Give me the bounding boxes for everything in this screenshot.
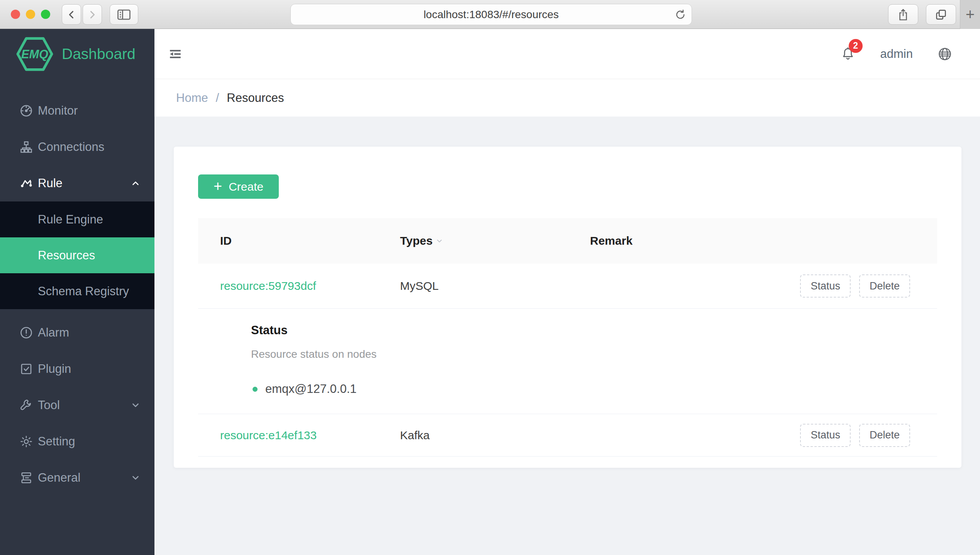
window-controls <box>11 10 50 19</box>
breadcrumb: Home / Resources <box>154 79 980 117</box>
sidebar-item-label: Alarm <box>38 326 141 340</box>
sidebar-item-label: General <box>38 471 131 485</box>
column-header-id: ID <box>198 234 400 247</box>
sidebar-item-alarm[interactable]: Alarm <box>0 315 154 351</box>
breadcrumb-home-link[interactable]: Home <box>176 91 208 105</box>
language-button[interactable] <box>938 47 952 61</box>
browser-forward-button[interactable] <box>83 4 102 25</box>
breadcrumb-separator: / <box>216 91 219 105</box>
resources-table: ID Types Remark resource:59793dcf MySQL <box>198 218 937 457</box>
emq-logo[interactable]: EMQ Dashboard <box>0 29 154 79</box>
delete-button[interactable]: Delete <box>859 424 910 447</box>
sidebar-item-label: Monitor <box>38 104 141 118</box>
node-status-item: emqx@127.0.0.1 <box>251 382 937 396</box>
notification-badge: 2 <box>849 39 863 53</box>
new-tab-button[interactable]: + <box>960 0 980 29</box>
sidebar-item-tool[interactable]: Tool <box>0 387 154 423</box>
sidebar: EMQ Dashboard Monitor Connections Rule R… <box>0 29 154 555</box>
plus-icon: + <box>966 6 975 23</box>
rule-submenu: Rule Engine Resources Schema Registry <box>0 201 154 309</box>
browser-back-button[interactable] <box>62 4 81 25</box>
topbar-right: 2 admin <box>841 47 952 61</box>
plus-icon: + <box>214 179 222 193</box>
globe-icon <box>938 47 952 61</box>
node-status-dot-icon <box>253 387 258 392</box>
row-expanded-panel: Status Resource status on nodes emqx@127… <box>198 309 937 414</box>
chevron-up-icon <box>131 178 141 188</box>
resources-card: + Create ID Types Remark resource <box>174 147 961 468</box>
submenu-item-label: Schema Registry <box>38 284 129 298</box>
submenu-item-label: Rule Engine <box>38 213 103 227</box>
create-resource-button[interactable]: + Create <box>198 174 279 199</box>
emq-logo-text: EMQ <box>21 47 48 61</box>
tabs-overview-icon <box>935 8 947 21</box>
sidebar-item-general[interactable]: General <box>0 460 154 496</box>
chevron-down-icon <box>131 473 141 483</box>
dashboard-title: Dashboard <box>62 46 136 63</box>
sidebar-panel-icon <box>117 8 131 21</box>
close-window-button[interactable] <box>11 10 20 19</box>
expanded-status-title: Status <box>251 323 937 337</box>
status-button[interactable]: Status <box>800 424 851 447</box>
sidebar-collapse-button[interactable] <box>169 48 182 60</box>
sidebar-item-label: Rule <box>38 176 131 190</box>
filter-caret-icon[interactable] <box>436 237 443 245</box>
content-area: + Create ID Types Remark resource <box>154 117 980 555</box>
checkbox-icon <box>19 362 33 376</box>
gauge-icon <box>19 104 33 118</box>
minimize-window-button[interactable] <box>26 10 35 19</box>
alert-circle-icon <box>19 326 33 340</box>
submenu-item-rule-engine[interactable]: Rule Engine <box>0 201 154 237</box>
sidebar-menu: Monitor Connections Rule Rule Engine Res… <box>0 79 154 496</box>
resource-id-link[interactable]: resource:e14ef133 <box>220 429 317 442</box>
node-name: emqx@127.0.0.1 <box>265 382 357 396</box>
submenu-item-label: Resources <box>38 249 95 262</box>
delete-button[interactable]: Delete <box>859 274 910 298</box>
breadcrumb-current: Resources <box>227 91 284 105</box>
chevron-down-icon <box>131 400 141 410</box>
reload-icon <box>675 9 686 20</box>
zoom-window-button[interactable] <box>41 10 50 19</box>
submenu-item-schema-registry[interactable]: Schema Registry <box>0 273 154 309</box>
reload-button[interactable] <box>675 9 686 20</box>
layers-list-icon <box>19 471 33 485</box>
tab-overview-button[interactable] <box>926 4 956 25</box>
sidebar-item-label: Plugin <box>38 362 141 376</box>
sidebar-item-rule[interactable]: Rule <box>0 165 154 201</box>
rule-nodes-icon <box>19 176 33 190</box>
sitemap-icon <box>19 140 33 154</box>
share-button[interactable] <box>888 4 918 25</box>
sidebar-item-connections[interactable]: Connections <box>0 129 154 165</box>
sidebar-item-label: Tool <box>38 398 131 412</box>
sidebar-item-monitor[interactable]: Monitor <box>0 93 154 129</box>
browser-sidebar-toggle-button[interactable] <box>110 4 138 25</box>
user-menu[interactable]: admin <box>880 47 913 61</box>
table-row: resource:e14ef133 Kafka Status Delete <box>198 414 937 457</box>
row-actions: Status Delete <box>806 424 937 447</box>
gear-icon <box>19 435 33 448</box>
resource-id-link[interactable]: resource:59793dcf <box>220 279 316 292</box>
sidebar-item-plugin[interactable]: Plugin <box>0 351 154 387</box>
status-button[interactable]: Status <box>800 274 851 298</box>
submenu-item-resources[interactable]: Resources <box>0 237 154 273</box>
url-text: localhost:18083/#/resources <box>424 8 559 21</box>
wrench-icon <box>19 398 33 412</box>
emq-hexagon-icon: EMQ <box>16 36 53 73</box>
notifications-button[interactable]: 2 <box>841 47 855 61</box>
address-bar[interactable]: localhost:18083/#/resources <box>290 4 692 25</box>
sidebar-item-setting[interactable]: Setting <box>0 423 154 460</box>
row-actions: Status Delete <box>806 274 937 298</box>
collapse-menu-icon <box>169 48 182 60</box>
column-header-types: Types <box>400 234 590 247</box>
chevron-right-icon <box>87 9 98 20</box>
column-header-types-label: Types <box>400 234 432 247</box>
sidebar-item-label: Connections <box>38 140 141 154</box>
table-row: resource:59793dcf MySQL Status Delete <box>198 264 937 309</box>
column-header-remark: Remark <box>590 234 806 247</box>
sidebar-item-label: Setting <box>38 435 141 448</box>
chevron-left-icon <box>66 9 77 20</box>
main-area: 2 admin Home / Resources + Create <box>154 29 980 555</box>
create-button-label: Create <box>229 180 263 193</box>
expanded-status-description: Resource status on nodes <box>251 348 937 360</box>
share-icon <box>897 8 909 21</box>
